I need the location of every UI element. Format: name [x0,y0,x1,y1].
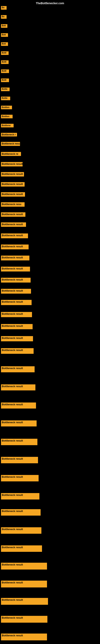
bottleneck-result-item: Bottleneck result [1,244,29,249]
bottleneck-result-item: Bottleneck result [1,546,42,552]
bottleneck-result-item: Bottleneck result [1,312,32,317]
bottleneck-result-item: Bottleneck result [1,172,24,176]
bottleneck-result-item: Bottleneck re [1,152,21,156]
bottleneck-result-item: Bottleneck result [1,267,30,272]
bottleneck-result-item: Bottleneck result [1,222,26,227]
bottleneck-result-item: Bottleneck result [1,509,41,516]
bottleneck-result-item: Bottleneck result [1,493,39,500]
site-title: TheBottlenecker.com [36,2,64,5]
bottleneck-result-item: Bottleneck result [1,234,28,238]
bottleneck-result-item: Bottleneck result [1,182,25,186]
bottleneck-result-item: Bott [1,33,8,37]
bottleneck-result-item: Bottlen [1,115,13,118]
bottleneck-result-item: Bottleneck result [1,439,37,445]
bottleneck-result-item: Bottleneck result [1,634,47,640]
bottleneck-result-item: Bottl [1,70,9,73]
bottleneck-result-item: Bottleneck result [1,366,35,372]
bottleneck-result-item: Bottle [1,88,10,91]
bottleneck-result-item: Bottleneck result [1,580,47,588]
bottleneck-result-item: Bottleneck result [1,402,36,408]
bottleneck-result-item: Bottleneck result [1,336,33,341]
bottleneck-result-item: Bottleneck result [1,324,33,329]
bottleneck-result-item: Bottleneck result [1,527,41,534]
bottleneck-result-item: Bottleneck result [1,212,25,217]
bottleneck-result-item: Bottleneck result [1,162,23,166]
bottleneck-result-item: Bottleneck result [1,420,37,426]
bottleneck-result-item: Bottleneck result [1,384,35,390]
bottleneck-result-item: Bottleneck resu [1,202,25,207]
bottleneck-result-item: Bo [1,6,7,10]
bottleneck-result-item: Bottle [1,96,10,100]
bottleneck-result-item: Bottleneck result [1,457,38,463]
bottleneck-result-item: Bottleneck result [1,256,29,260]
bottleneck-result-item: Bottleneck result [1,563,47,570]
bottleneck-result-item: Bottleneck r [1,133,17,136]
bottleneck-result-item: Bottl [1,78,9,82]
bottleneck-result-item: Bottleneck result [1,598,48,605]
bottleneck-result-item: Bottleneck resu [1,142,20,146]
bottleneck-result-item: Bottlene [1,124,14,128]
bottleneck-result-item: Bott [1,24,7,28]
bottleneck-result-item: Bottleneck result [1,348,34,354]
bottleneck-result-item: Bottleneck result [1,192,25,196]
bottleneck-result-item: Bo [1,15,7,19]
bottleneck-result-item: Bottleneck result [1,278,31,282]
bottleneck-result-item: Bottl [1,60,9,64]
bottleneck-result-item: Bott [1,42,8,46]
bottleneck-result-item: Bottleneck result [1,289,31,294]
bottleneck-result-item: Bottleneck result [1,475,39,482]
bottleneck-result-item: Bottleneck result [1,300,32,305]
bottleneck-result-item: Bottl [1,51,9,55]
bottleneck-result-item: Bottleneck result [1,616,48,623]
bottleneck-result-item: Bottlen [1,106,12,109]
